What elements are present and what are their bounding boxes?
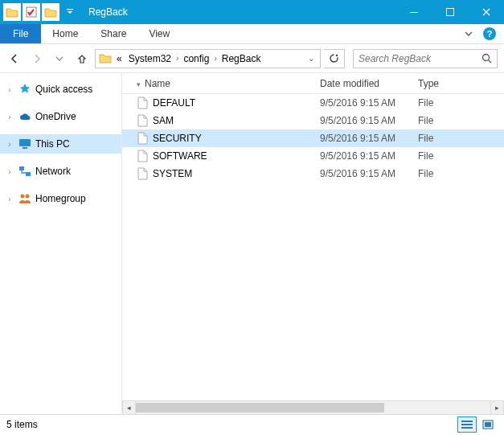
- file-date: 9/5/2016 9:15 AM: [320, 168, 418, 179]
- file-icon: [137, 167, 148, 180]
- tab-share[interactable]: Share: [89, 24, 137, 43]
- file-row[interactable]: DEFAULT9/5/2016 9:15 AMFile: [122, 94, 504, 112]
- title-bar: RegBack: [0, 0, 504, 24]
- file-icon: [137, 132, 148, 145]
- chevron-right-icon[interactable]: ›: [5, 167, 14, 176]
- file-name: SOFTWARE: [153, 150, 207, 162]
- file-list-pane: ▾Name Date modified Type DEFAULT9/5/2016…: [122, 73, 504, 414]
- file-row[interactable]: SECURITY9/5/2016 9:15 AMFile: [122, 129, 504, 147]
- chevron-right-icon[interactable]: ›: [5, 195, 14, 203]
- scrollbar-thumb[interactable]: [136, 403, 384, 412]
- file-name: SECURITY: [153, 133, 202, 144]
- column-header-name[interactable]: ▾Name: [122, 78, 320, 89]
- tab-view[interactable]: View: [137, 24, 181, 43]
- search-box[interactable]: [353, 49, 498, 68]
- breadcrumb-part[interactable]: RegBack: [219, 53, 264, 64]
- back-button[interactable]: [5, 47, 24, 70]
- chevron-right-icon[interactable]: ›: [5, 85, 14, 94]
- status-bar: 5 items: [0, 414, 504, 433]
- file-tab[interactable]: File: [0, 24, 41, 43]
- qat-new-folder-icon[interactable]: [42, 3, 59, 21]
- file-type: File: [418, 97, 504, 109]
- ribbon-expand-icon[interactable]: [457, 24, 480, 43]
- column-header-type[interactable]: Type: [418, 78, 504, 89]
- svg-point-9: [21, 195, 25, 199]
- file-list: DEFAULT9/5/2016 9:15 AMFileSAM9/5/2016 9…: [122, 94, 504, 400]
- nav-item-onedrive[interactable]: ›OneDrive: [0, 107, 121, 126]
- forward-button[interactable]: [27, 47, 47, 70]
- breadcrumb-prefix[interactable]: «: [113, 53, 125, 64]
- search-icon[interactable]: [481, 53, 492, 64]
- svg-rect-15: [485, 422, 491, 427]
- close-button[interactable]: [468, 0, 504, 24]
- file-name: SYSTEM: [153, 168, 192, 179]
- svg-rect-12: [461, 424, 473, 425]
- search-input[interactable]: [359, 53, 481, 64]
- qat-folder-icon[interactable]: [3, 3, 21, 21]
- svg-rect-1: [67, 9, 73, 10]
- breadcrumb-part[interactable]: config: [180, 53, 212, 64]
- nav-item-label: Network: [35, 166, 71, 177]
- tab-home[interactable]: Home: [41, 24, 89, 43]
- svg-point-10: [26, 195, 30, 199]
- svg-rect-7: [19, 166, 24, 170]
- svg-rect-11: [461, 421, 473, 422]
- monitor-icon: [18, 138, 32, 150]
- svg-rect-5: [19, 139, 31, 146]
- address-bar-row: « System32 › config › RegBack ⌄: [0, 44, 504, 73]
- window-controls: [395, 0, 504, 24]
- minimize-button[interactable]: [395, 0, 432, 24]
- nav-item-label: This PC: [35, 138, 70, 150]
- file-row[interactable]: SOFTWARE9/5/2016 9:15 AMFile: [122, 147, 504, 165]
- file-name: SAM: [153, 115, 174, 126]
- people-icon: [18, 193, 32, 204]
- chevron-right-icon[interactable]: ›: [212, 54, 218, 63]
- qat-properties-icon[interactable]: [23, 3, 40, 21]
- address-dropdown-icon[interactable]: ⌄: [304, 54, 318, 63]
- file-icon: [137, 150, 148, 162]
- ribbon: File Home Share View ?: [0, 24, 504, 44]
- cloud-icon: [18, 112, 32, 121]
- maximize-button[interactable]: [432, 0, 468, 24]
- chevron-right-icon[interactable]: ›: [5, 113, 14, 121]
- file-icon: [137, 96, 148, 109]
- nav-item-homegroup[interactable]: ›Homegroup: [0, 189, 121, 208]
- file-date: 9/5/2016 9:15 AM: [320, 97, 418, 109]
- help-button[interactable]: ?: [480, 24, 499, 43]
- scroll-right-icon[interactable]: ▸: [490, 401, 504, 414]
- chevron-right-icon[interactable]: ›: [174, 54, 180, 63]
- column-header-date[interactable]: Date modified: [320, 78, 418, 89]
- scroll-left-icon[interactable]: ◂: [122, 401, 136, 414]
- horizontal-scrollbar[interactable]: ◂ ▸: [122, 400, 504, 414]
- nav-item-label: Homegroup: [35, 193, 86, 204]
- file-row[interactable]: SYSTEM9/5/2016 9:15 AMFile: [122, 165, 504, 183]
- file-type: File: [418, 168, 504, 179]
- file-type: File: [418, 150, 504, 162]
- file-row[interactable]: SAM9/5/2016 9:15 AMFile: [122, 112, 504, 129]
- column-name-label: Name: [145, 78, 170, 89]
- nav-item-quick-access[interactable]: ›Quick access: [0, 80, 121, 99]
- nav-item-network[interactable]: ›Network: [0, 162, 121, 181]
- file-name: DEFAULT: [153, 97, 195, 109]
- recent-locations-icon[interactable]: [50, 47, 69, 70]
- address-bar[interactable]: « System32 › config › RegBack ⌄: [95, 49, 321, 68]
- file-icon: [137, 114, 148, 127]
- file-type: File: [418, 133, 504, 144]
- details-view-button[interactable]: [457, 417, 477, 433]
- breadcrumb-part[interactable]: System32: [125, 53, 174, 64]
- nav-item-this-pc[interactable]: ›This PC: [0, 134, 121, 154]
- star-icon: [18, 83, 32, 96]
- item-count: 5 items: [6, 419, 38, 430]
- window-title: RegBack: [82, 6, 395, 18]
- nav-item-label: OneDrive: [35, 111, 76, 122]
- chevron-right-icon[interactable]: ›: [5, 140, 14, 149]
- up-button[interactable]: [72, 47, 92, 70]
- qat-dropdown-icon[interactable]: [61, 3, 79, 21]
- refresh-button[interactable]: [324, 49, 345, 68]
- svg-point-4: [483, 55, 490, 61]
- column-headers: ▾Name Date modified Type: [122, 73, 504, 94]
- network-icon: [18, 166, 32, 177]
- quick-access-toolbar: [0, 3, 82, 21]
- thumbnails-view-button[interactable]: [478, 417, 498, 433]
- file-type: File: [418, 115, 504, 126]
